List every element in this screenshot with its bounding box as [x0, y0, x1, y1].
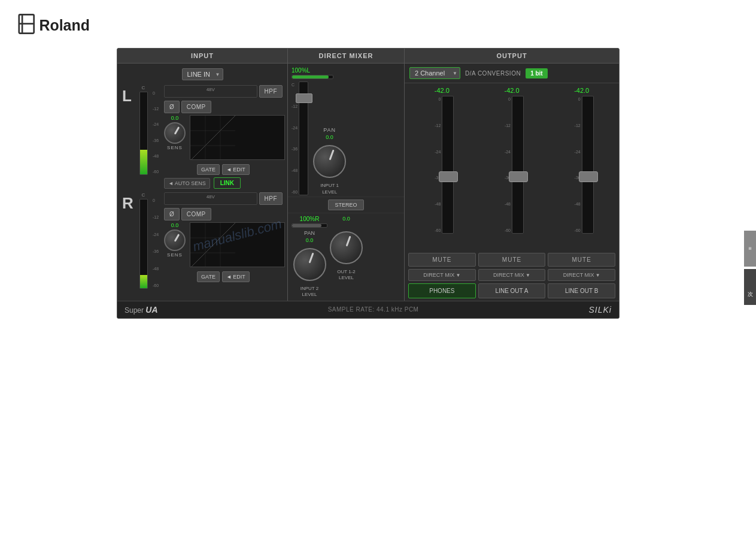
- channel-r-sens: 0.0 SENS: [164, 222, 186, 258]
- output-ch2-fader-thumb[interactable]: [509, 171, 528, 182]
- auto-sens-btn[interactable]: ◄ AUTO SENS: [164, 178, 210, 189]
- side-tab-2[interactable]: 次: [744, 269, 756, 305]
- svg-line-9: [190, 223, 235, 267]
- output-header: OUTPUT: [405, 49, 619, 63]
- channel-r-comp-grid: [190, 222, 285, 267]
- channel-l-edit-btn[interactable]: ◄ EDIT: [222, 164, 250, 175]
- channel-l-phase-btn[interactable]: Ø: [164, 101, 180, 113]
- channel-l-c-label: C: [142, 85, 145, 90]
- channel-l-comp-btn[interactable]: COMP: [181, 101, 211, 113]
- output-ch3-fader-track[interactable]: [582, 96, 594, 234]
- roland-logo: Roland: [0, 0, 756, 48]
- output-ch2-db: -42.0: [504, 87, 519, 94]
- mixer-section: 100%L C -12 -24 -36 -48: [288, 64, 405, 301]
- input-header: INPUT: [117, 49, 288, 63]
- side-tab-1[interactable]: ≡: [744, 231, 756, 267]
- mixer-ch2-pan-label: PAN: [304, 230, 315, 236]
- side-tabs: ≡ 次: [744, 231, 756, 305]
- output-ch1-direct-mix-btn[interactable]: DIRECT MIX: [408, 269, 476, 281]
- output-ch2: -42.0 0 -12 -24 -36 -48 -60: [477, 86, 547, 248]
- channel-r-comp-btn[interactable]: COMP: [181, 208, 211, 220]
- link-btn[interactable]: LINK: [214, 177, 241, 189]
- channel-select-wrapper[interactable]: 2 Channel 4 Channel: [409, 67, 460, 79]
- output-ch1-mute-btn[interactable]: MUTE: [408, 253, 476, 267]
- mixer-ch2-input-label: INPUT 2 LEVEL: [300, 286, 319, 298]
- mixer-ch1-level-label: 100%L: [292, 67, 400, 74]
- output-ch1-fader-area: 0 -12 -24 -36 -48 -60: [408, 96, 476, 234]
- mixer-ch2-pan-knob[interactable]: [293, 248, 326, 281]
- channel-l-knob-indicator: [174, 126, 180, 135]
- output-ch3-assign-btn[interactable]: LINE OUT B: [548, 283, 615, 298]
- channel-select[interactable]: 2 Channel 4 Channel: [409, 67, 460, 79]
- output-section: 2 Channel 4 Channel D/A CONVERSION 1 bit…: [405, 64, 619, 301]
- output-ch1-fader-track[interactable]: [442, 96, 454, 234]
- channel-l-sens-value: 0.0: [171, 115, 179, 121]
- channel-l-sens-label: SENS: [167, 145, 183, 150]
- mixer-ch2-fader-fill: [292, 224, 321, 227]
- channel-l-row: L C 0 -12 -24 -3: [122, 85, 283, 175]
- channel-l-sens-comp-row: 0.0 SENS: [164, 115, 283, 160]
- channel-r-label: R: [122, 195, 134, 289]
- output-ch3-fader-area: 0 -12 -24 -36 -48 -60: [548, 96, 615, 234]
- output-ch3-scale: 0 -12 -24 -36 -48 -60: [570, 96, 581, 234]
- main-content: LINE IN MIC INST L C: [117, 64, 619, 301]
- channel-r-c-label: C: [142, 192, 145, 198]
- output-ch2-fader-area: 0 -12 -24 -36 -48 -60: [478, 96, 546, 234]
- section-headers: INPUT DIRECT MIXER OUTPUT: [117, 49, 619, 64]
- mixer-ch1-pan-label: PAN: [323, 127, 336, 133]
- mixer-ch1-input-label: INPUT 1 LEVEL: [320, 183, 339, 195]
- stereo-btn[interactable]: STEREO: [328, 200, 363, 210]
- mixer-ch1-pan-knob[interactable]: [313, 145, 346, 178]
- svg-text:Roland: Roland: [40, 17, 90, 34]
- bit-btn[interactable]: 1 bit: [526, 68, 548, 78]
- output-ch3-fader-thumb[interactable]: [579, 171, 598, 182]
- input-source-wrapper[interactable]: LINE IN MIC INST: [182, 68, 223, 80]
- output-ch3-db: -42.0: [574, 87, 589, 94]
- output-ch2-direct-mix-btn[interactable]: DIRECT MIX: [478, 269, 546, 281]
- output-ch2-fader-track[interactable]: [512, 96, 524, 234]
- mixer-out-label: OUT 1-2 LEVEL: [337, 269, 356, 282]
- channel-l-controls: 48V HPF Ø COMP 0.0: [164, 85, 283, 175]
- mixer-ch1-pan-value: 0.0: [326, 134, 333, 140]
- mixer-ch1-pan-area: PAN 0.0 INPUT 1 LEVEL: [313, 127, 346, 195]
- channel-r-hpf-btn[interactable]: HPF: [259, 192, 283, 205]
- channel-r-comp-svg: [190, 223, 284, 267]
- mixer-out-knob[interactable]: [330, 231, 363, 264]
- ua-interface: INPUT DIRECT MIXER OUTPUT LINE IN MIC IN…: [117, 48, 620, 319]
- output-ch3-direct-mix-btn[interactable]: DIRECT MIX: [548, 269, 615, 281]
- channel-r-sens-knob[interactable]: [164, 229, 186, 251]
- output-ch3: -42.0 0 -12 -24 -36 -48 -60: [546, 86, 617, 248]
- da-label: D/A CONVERSION: [465, 70, 521, 77]
- output-ch2-mute-btn[interactable]: MUTE: [478, 253, 546, 267]
- channel-l-sens-knob[interactable]: [164, 122, 186, 144]
- mute-row: MUTE MUTE MUTE: [408, 253, 615, 267]
- channel-l-gate-btn[interactable]: GATE: [197, 164, 220, 175]
- output-ch2-assign-btn[interactable]: LINE OUT A: [478, 283, 546, 298]
- channel-r-vu-area: C: [136, 192, 151, 289]
- output-ch3-mute-btn[interactable]: MUTE: [548, 253, 615, 267]
- mixer-ch2-knob-indicator: [309, 253, 314, 264]
- mixer-ch1-fader-fill: [292, 75, 329, 78]
- status-bar: Super UA SAMPLE RATE: 44.1 kHz PCM SILKi: [117, 301, 619, 318]
- input-source-select[interactable]: LINE IN MIC INST: [182, 68, 223, 80]
- channel-r-sens-value: 0.0: [171, 222, 179, 228]
- channel-l-comp-svg: [190, 116, 284, 159]
- channel-r-comp-grid-area: [187, 222, 283, 267]
- output-ch1-assign-btn[interactable]: PHONES: [408, 283, 476, 298]
- channel-r-gate-btn[interactable]: GATE: [197, 271, 220, 282]
- sample-rate: SAMPLE RATE: 44.1 kHz PCM: [328, 306, 419, 313]
- output-ch1: -42.0 0 -12 -24 -36 -48 -60: [407, 86, 477, 248]
- mixer-ch1-fader-thumb[interactable]: [296, 93, 312, 103]
- channel-r-phase-comp-row: Ø COMP: [164, 208, 283, 220]
- mixer-header: DIRECT MIXER: [288, 49, 405, 63]
- channel-l-hpf-btn[interactable]: HPF: [259, 85, 283, 98]
- mixer-out-col: 0.0 OUT 1-2 LEVEL: [330, 216, 363, 282]
- output-ch1-fader-thumb[interactable]: [439, 171, 458, 182]
- assign-row: PHONES LINE OUT A LINE OUT B: [408, 283, 615, 298]
- mixer-ch1-fader-area: C -12 -24 -36 -48 -60: [292, 81, 308, 195]
- channel-r-edit-btn[interactable]: ◄ EDIT: [222, 271, 250, 282]
- svg-line-4: [190, 116, 235, 159]
- ua-text: UA: [145, 305, 157, 315]
- mixer-ch1-fader-track[interactable]: [299, 81, 308, 195]
- channel-r-phase-btn[interactable]: Ø: [164, 208, 180, 220]
